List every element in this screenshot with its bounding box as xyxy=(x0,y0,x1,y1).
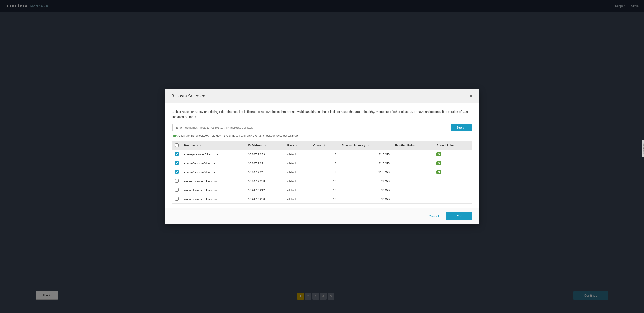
rack-cell: /default xyxy=(284,159,311,168)
hosts-table: Hostname ⇕ IP Address ⇕ Rack ⇕ Cores ⇕ P xyxy=(172,141,472,204)
ip-address-header[interactable]: IP Address ⇕ xyxy=(245,141,284,150)
rack-header[interactable]: Rack ⇕ xyxy=(284,141,311,150)
role-badge: S xyxy=(436,153,441,156)
search-button[interactable]: Search xyxy=(451,124,472,131)
row-checkbox-4[interactable] xyxy=(175,188,179,192)
cores-cell: 8 xyxy=(310,168,339,177)
ip-cell: 10.247.9.242 xyxy=(245,185,284,194)
added-roles-cell xyxy=(434,194,472,203)
cores-cell: 16 xyxy=(310,194,339,203)
hostname-cell: master1.cluster0.ksc.com xyxy=(182,168,245,177)
table-row: master0.cluster0.ksc.com10.247.9.22/defa… xyxy=(172,159,472,168)
modal-description: Select hosts for a new or existing role.… xyxy=(172,109,472,119)
row-checkbox-5[interactable] xyxy=(175,197,179,200)
rack-cell: /default xyxy=(284,194,311,203)
modal-overlay: 3 Hosts Selected × Select hosts for a ne… xyxy=(0,0,644,313)
existing-roles-cell xyxy=(392,159,434,168)
role-badge: S xyxy=(436,161,441,165)
added-roles-cell: S xyxy=(434,150,472,159)
cores-sort-icon: ⇕ xyxy=(323,144,325,147)
memory-sort-icon: ⇕ xyxy=(367,144,369,147)
select-all-checkbox[interactable] xyxy=(175,143,179,147)
added-roles-header: Added Roles xyxy=(434,141,472,150)
feedback-tab[interactable]: Feedback xyxy=(642,140,644,156)
table-row: worker1.cluster0.ksc.com10.247.9.242/def… xyxy=(172,185,472,194)
cores-cell: 16 xyxy=(310,185,339,194)
existing-roles-cell xyxy=(392,150,434,159)
ok-button[interactable]: OK xyxy=(446,212,472,220)
existing-roles-cell xyxy=(392,194,434,203)
memory-cell: 63 GiB xyxy=(339,194,392,203)
physical-memory-header[interactable]: Physical Memory ⇕ xyxy=(339,141,392,150)
hosts-selected-modal: 3 Hosts Selected × Select hosts for a ne… xyxy=(165,89,479,224)
modal-close-button[interactable]: × xyxy=(470,94,472,99)
added-roles-cell: S xyxy=(434,168,472,177)
modal-body: Select hosts for a new or existing role.… xyxy=(165,103,479,208)
tip-content: Click the first checkbox, hold down the … xyxy=(178,134,298,137)
hostname-cell: worker1.cluster0.ksc.com xyxy=(182,185,245,194)
modal-footer: Cancel OK xyxy=(165,208,479,224)
ip-cell: 10.247.9.230 xyxy=(245,194,284,203)
table-body: manager.cluster0.ksc.com10.247.9.233/def… xyxy=(172,150,472,203)
memory-cell: 31.5 GiB xyxy=(339,168,392,177)
added-roles-cell: S xyxy=(434,159,472,168)
cores-cell: 16 xyxy=(310,177,339,185)
rack-cell: /default xyxy=(284,185,311,194)
hostname-header[interactable]: Hostname ⇕ xyxy=(182,141,245,150)
ip-sort-icon: ⇕ xyxy=(265,144,267,147)
memory-cell: 63 GiB xyxy=(339,177,392,185)
ip-cell: 10.247.9.208 xyxy=(245,177,284,185)
cancel-button[interactable]: Cancel xyxy=(425,212,443,220)
hostname-cell: worker2.cluster0.ksc.com xyxy=(182,194,245,203)
added-roles-cell xyxy=(434,177,472,185)
modal-title: 3 Hosts Selected xyxy=(172,93,205,99)
memory-cell: 31.5 GiB xyxy=(339,159,392,168)
hostname-sort-icon: ⇕ xyxy=(200,144,202,147)
added-roles-cell xyxy=(434,185,472,194)
table-row: master1.cluster0.ksc.com10.247.9.241/def… xyxy=(172,168,472,177)
memory-cell: 63 GiB xyxy=(339,185,392,194)
modal-header: 3 Hosts Selected × xyxy=(165,89,479,103)
tip-label: Tip: xyxy=(172,134,178,137)
existing-roles-header: Existing Roles xyxy=(392,141,434,150)
row-checkbox-3[interactable] xyxy=(175,179,179,183)
table-row: manager.cluster0.ksc.com10.247.9.233/def… xyxy=(172,150,472,159)
search-input[interactable] xyxy=(172,124,451,131)
ip-cell: 10.247.9.233 xyxy=(245,150,284,159)
select-all-header xyxy=(172,141,182,150)
search-row: Search xyxy=(172,124,472,131)
cores-cell: 8 xyxy=(310,150,339,159)
row-checkbox-2[interactable] xyxy=(175,170,179,174)
row-checkbox-0[interactable] xyxy=(175,152,179,156)
memory-cell: 31.5 GiB xyxy=(339,150,392,159)
rack-sort-icon: ⇕ xyxy=(296,144,298,147)
ip-cell: 10.247.9.22 xyxy=(245,159,284,168)
table-header: Hostname ⇕ IP Address ⇕ Rack ⇕ Cores ⇕ P xyxy=(172,141,472,150)
role-badge: S xyxy=(436,170,441,174)
hostname-cell: manager.cluster0.ksc.com xyxy=(182,150,245,159)
hostname-cell: master0.cluster0.ksc.com xyxy=(182,159,245,168)
table-row: worker2.cluster0.ksc.com10.247.9.230/def… xyxy=(172,194,472,203)
rack-cell: /default xyxy=(284,168,311,177)
hostname-cell: worker0.cluster0.ksc.com xyxy=(182,177,245,185)
cores-header[interactable]: Cores ⇕ xyxy=(310,141,339,150)
tip-text: Tip: Click the first checkbox, hold down… xyxy=(172,134,472,137)
existing-roles-cell xyxy=(392,185,434,194)
ip-cell: 10.247.9.241 xyxy=(245,168,284,177)
rack-cell: /default xyxy=(284,177,311,185)
rack-cell: /default xyxy=(284,150,311,159)
cores-cell: 8 xyxy=(310,159,339,168)
existing-roles-cell xyxy=(392,168,434,177)
row-checkbox-1[interactable] xyxy=(175,161,179,165)
existing-roles-cell xyxy=(392,177,434,185)
table-row: worker0.cluster0.ksc.com10.247.9.208/def… xyxy=(172,177,472,185)
